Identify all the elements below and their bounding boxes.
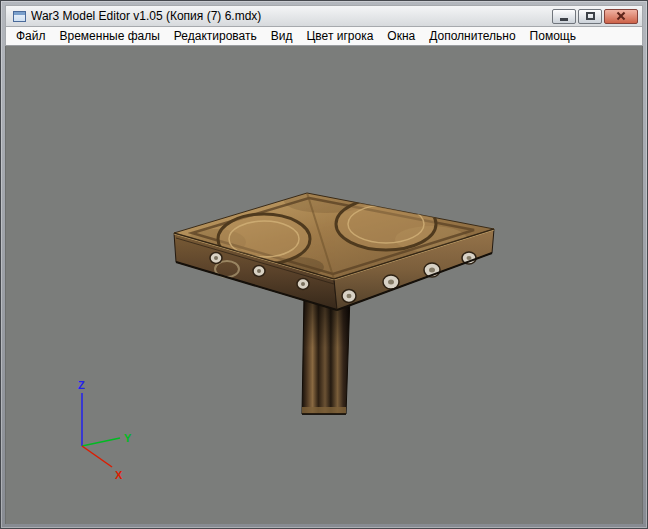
maximize-button[interactable] xyxy=(578,9,602,24)
menu-view[interactable]: Вид xyxy=(264,27,300,45)
axis-gizmo: Z Y X xyxy=(78,379,132,481)
carved-circle-right xyxy=(336,198,436,250)
menu-file[interactable]: Файл xyxy=(9,27,53,45)
close-button[interactable] xyxy=(604,9,638,24)
menu-windows[interactable]: Окна xyxy=(380,27,422,45)
window-title: War3 Model Editor v1.05 (Копия (7) 6.mdx… xyxy=(31,9,544,23)
rosette-emblem xyxy=(383,275,399,289)
y-axis-line xyxy=(82,438,120,446)
app-icon xyxy=(13,11,26,22)
menu-temp-files[interactable]: Временные фалы xyxy=(53,27,167,45)
rosette-emblem xyxy=(342,290,356,303)
maximize-icon xyxy=(586,12,595,20)
minimize-button[interactable] xyxy=(552,9,576,24)
menu-player-color[interactable]: Цвет игрока xyxy=(299,27,380,45)
close-icon xyxy=(616,11,626,21)
stud-emblem xyxy=(297,279,309,290)
minimize-icon xyxy=(560,18,568,21)
x-axis-line xyxy=(82,446,112,467)
table-leg xyxy=(302,296,350,414)
window-controls xyxy=(552,9,638,24)
viewport-3d[interactable]: Z Y X xyxy=(5,46,643,524)
z-axis-label: Z xyxy=(78,379,85,391)
menu-extras[interactable]: Дополнительно xyxy=(422,27,522,45)
y-axis-label: Y xyxy=(124,432,132,444)
menubar: Файл Временные фалы Редактировать Вид Цв… xyxy=(5,27,643,46)
menu-help[interactable]: Помощь xyxy=(523,27,583,45)
x-axis-label: X xyxy=(115,469,123,481)
stud-emblem xyxy=(210,253,222,264)
app-window: War3 Model Editor v1.05 (Копия (7) 6.mdx… xyxy=(0,0,648,529)
titlebar[interactable]: War3 Model Editor v1.05 (Копия (7) 6.mdx… xyxy=(5,5,643,27)
stud-emblem xyxy=(253,266,265,277)
menu-edit[interactable]: Редактировать xyxy=(167,27,264,45)
model-scene: Z Y X xyxy=(6,46,643,524)
